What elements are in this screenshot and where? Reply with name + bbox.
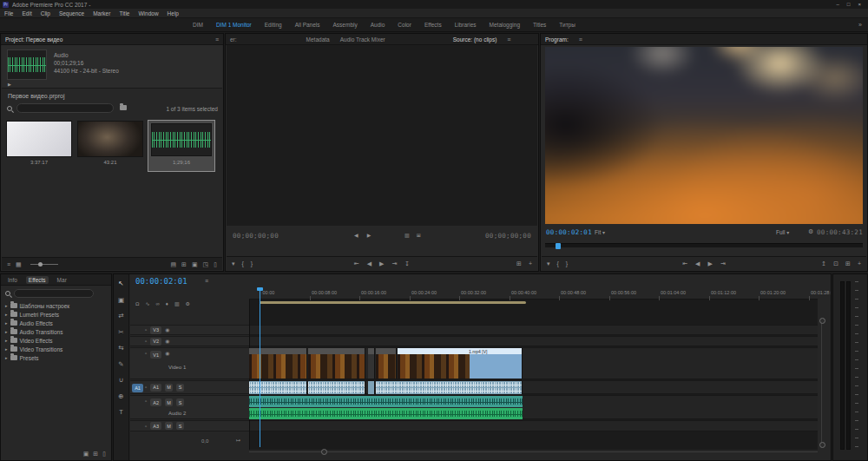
panel-menu-icon[interactable]: ≡ (507, 36, 510, 43)
track-lock-icon[interactable]: ▫ (145, 398, 147, 404)
track-lock-icon[interactable]: ▫ (145, 424, 147, 429)
expand-arrow-icon[interactable]: ▸ (5, 346, 8, 352)
next-icon[interactable]: ▶ (367, 233, 372, 238)
track-eye-icon[interactable]: ◉ (165, 327, 169, 333)
automate-to-sequence-icon[interactable]: ▤ (170, 261, 176, 267)
new-bin-icon[interactable]: ▣ (192, 261, 198, 267)
project-search-input[interactable] (16, 103, 114, 113)
video-track-name[interactable]: Video 1 (168, 365, 186, 370)
menu-window[interactable]: Window (138, 10, 158, 16)
hand-tool-icon[interactable]: ∪ (119, 377, 124, 384)
step-back-icon[interactable]: ◀ (695, 260, 700, 267)
selection-tool-icon[interactable]: ↖ (118, 280, 123, 287)
fit-sequence-icon[interactable]: ↦ (236, 438, 240, 443)
ripple-edit-tool-icon[interactable]: ⇄ (118, 313, 123, 319)
source-monitor-empty[interactable] (227, 45, 537, 226)
video-clip-selected[interactable]: 1.mp4 [V] (398, 348, 523, 379)
button-editor-icon[interactable]: + (529, 260, 532, 267)
audio-clip-2[interactable] (308, 381, 365, 394)
menu-sequence[interactable]: Sequence (59, 10, 84, 16)
track-lock-icon[interactable]: ▫ (145, 385, 147, 390)
menu-title[interactable]: Title (119, 10, 129, 16)
panel-menu-icon[interactable]: ≡ (215, 36, 219, 43)
new-item-icon[interactable]: ◳ (203, 261, 209, 267)
program-monitor-video[interactable] (545, 47, 863, 224)
timeline-ruler[interactable]: :00:00 00:00:08:00 00:00:16:00 00:00:24:… (249, 287, 818, 300)
track-lock-icon[interactable]: ▫ (145, 351, 147, 356)
effects-folder-video-transitions[interactable]: ▸Video Transitions (5, 345, 62, 353)
prev-icon[interactable]: ◀ (354, 233, 358, 238)
playback-resolution-select[interactable]: Full ▾ (776, 229, 789, 235)
pen-tool-icon[interactable]: ✎ (118, 361, 123, 368)
play-icon[interactable]: ▶ (379, 260, 384, 267)
add-marker-icon[interactable]: ▾ (547, 260, 550, 267)
workspace-tab-titles[interactable]: Titles (533, 22, 546, 28)
track-select-tool-icon[interactable]: ▣ (118, 297, 124, 304)
scroll-handle[interactable] (321, 449, 327, 455)
solo-button[interactable]: S (176, 422, 184, 430)
track-lock-icon[interactable]: ▫ (145, 339, 147, 344)
program-timecode[interactable]: 00:00:02:01 (546, 228, 592, 236)
effects-folder-presets[interactable]: ▸Presets (5, 353, 39, 362)
workspace-tab-dim-1-monitor[interactable]: DIM 1 Monitor (216, 22, 252, 28)
zoom-tool-icon[interactable]: ⊕ (118, 393, 123, 400)
type-tool-icon[interactable]: T (119, 409, 123, 416)
track-label-v1[interactable]: V1 (150, 351, 161, 359)
track-eye-icon[interactable]: ◉ (165, 351, 169, 356)
tab-truncated[interactable]: er: (230, 36, 237, 43)
tab-info[interactable]: Info (5, 276, 20, 284)
track-label-a2[interactable]: A2 (150, 398, 161, 406)
tab-program[interactable]: Program: (545, 36, 569, 43)
expand-arrow-icon[interactable]: ▸ (5, 355, 8, 360)
maximize-button[interactable]: □ (847, 2, 851, 7)
list-view-icon[interactable]: ≡ (7, 261, 10, 267)
effects-search-input[interactable] (14, 289, 94, 298)
audio-clip-4[interactable] (376, 381, 523, 394)
expand-arrow-icon[interactable]: ▸ (5, 320, 8, 326)
grid-icon[interactable]: ⊞ (417, 233, 421, 238)
play-icon[interactable]: ▶ (708, 260, 713, 267)
lift-icon[interactable]: ↥ (821, 260, 826, 267)
source-patch-a1[interactable]: A1 (132, 384, 143, 392)
go-to-in-icon[interactable]: ⇤ (354, 260, 359, 267)
video-clip-3[interactable] (368, 348, 375, 379)
export-frame-icon[interactable]: ⊞ (516, 260, 522, 267)
display-mode-icon[interactable]: ▥ (404, 233, 410, 238)
video-clip-2[interactable] (308, 348, 365, 379)
audio-clip-1[interactable] (249, 381, 307, 394)
audio-track-name[interactable]: Audio 2 (168, 411, 186, 416)
step-back-icon[interactable]: ◀ (367, 260, 372, 267)
track-label-v2[interactable]: V2 (150, 338, 161, 346)
comparison-view-icon[interactable]: ⊞ (845, 260, 851, 267)
workspace-tab-metalogging[interactable]: Metalogging (490, 22, 520, 28)
menu-edit[interactable]: Edit (22, 10, 31, 16)
mute-button[interactable]: M (165, 422, 173, 430)
delete-icon[interactable]: ▯ (102, 451, 106, 457)
expand-arrow-icon[interactable]: ▸ (5, 329, 8, 334)
expand-arrow-icon[interactable]: ▸ (5, 312, 8, 317)
workspace-tab-titry[interactable]: Титры (559, 22, 575, 28)
workspace-tab-color[interactable]: Color (398, 22, 411, 28)
tab-audio-track-mixer[interactable]: Audio Track Mixer (340, 36, 385, 43)
mute-button[interactable]: M (165, 384, 173, 392)
expand-arrow-icon[interactable]: ▸ (5, 303, 8, 308)
tab-effects[interactable]: Effects (26, 276, 49, 284)
workspace-tab-all-panels[interactable]: All Panels (295, 22, 320, 28)
new-custom-bin-icon[interactable]: ▣ (83, 451, 89, 457)
insert-icon[interactable]: ↧ (404, 260, 410, 267)
delete-icon[interactable]: ▯ (214, 261, 217, 267)
scroll-handle-bottom[interactable] (819, 442, 825, 448)
track-label-a3[interactable]: A3 (150, 422, 161, 430)
panel-menu-icon[interactable]: ≡ (205, 278, 208, 284)
mark-out-icon[interactable]: } (566, 260, 568, 267)
video-clip-1[interactable] (249, 348, 307, 379)
find-icon[interactable]: ⊞ (181, 261, 187, 267)
solo-button[interactable]: S (176, 384, 184, 392)
project-item-video-2[interactable]: 43:21 (77, 121, 143, 171)
menu-help[interactable]: Help (168, 10, 179, 16)
program-scrubber[interactable] (545, 243, 863, 247)
workspace-tab-effects[interactable]: Effects (424, 22, 442, 28)
linked-selection-icon[interactable]: ∿ (146, 301, 150, 306)
workspace-tab-editing[interactable]: Editing (265, 22, 282, 28)
project-item-audio-selected[interactable]: 1;29;16 (148, 121, 214, 171)
